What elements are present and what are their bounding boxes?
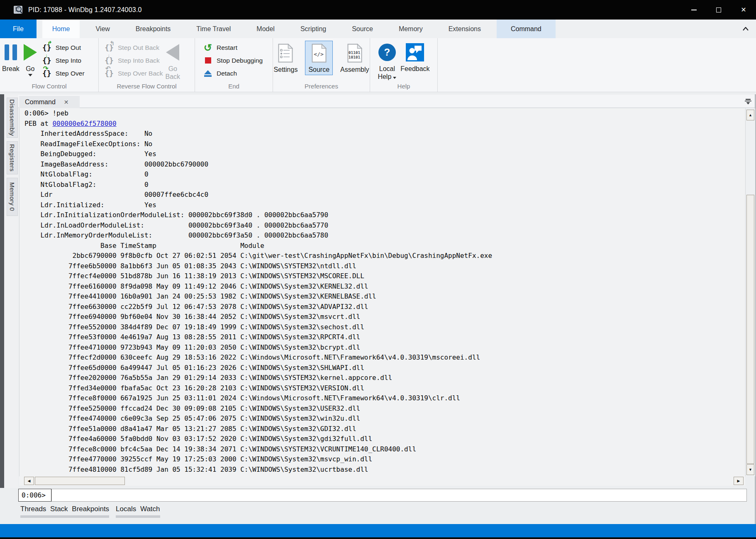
step-out-back-button[interactable]: {}↰ Step Out Back — [103, 41, 163, 54]
tab-command[interactable]: Command — [497, 20, 556, 38]
pane-menu-icon — [745, 98, 751, 105]
eject-icon — [204, 70, 212, 77]
settings-button[interactable]: Settings — [271, 41, 301, 75]
go-back-label-line1: Go — [168, 65, 177, 72]
feedback-icon — [406, 43, 424, 61]
tab-home[interactable]: Home — [42, 20, 80, 38]
vertical-scrollbar[interactable]: ▲ ▼ — [745, 108, 755, 476]
settings-icon — [278, 44, 293, 63]
source-mode-label: Source — [308, 66, 329, 74]
restart-button[interactable]: ↺ Restart — [202, 41, 263, 54]
tab-extensions[interactable]: Extensions — [439, 20, 491, 38]
go-back-button[interactable]: Go Back — [166, 41, 180, 81]
step-into-back-label: Step Into Back — [118, 57, 160, 64]
tab-source[interactable]: Source — [342, 20, 383, 38]
local-help-label-line1: Local — [379, 65, 395, 72]
scroll-right-button[interactable]: ▶ — [734, 477, 744, 485]
tab-model[interactable]: Model — [246, 20, 285, 38]
peb-address-link[interactable]: 000000e62f578000 — [52, 120, 116, 127]
feedback-button[interactable]: Feedback — [400, 41, 429, 73]
prompt-label: 0:006> — [18, 489, 51, 502]
tab-file[interactable]: File — [0, 20, 37, 38]
command-input[interactable] — [51, 489, 747, 502]
local-help-dropdown-icon — [393, 77, 396, 79]
assembly-mode-button[interactable]: 01101 10101 Assembly — [337, 41, 372, 75]
step-over-back-icon: {}↶ — [104, 69, 115, 78]
pane-menu-button[interactable] — [745, 98, 751, 106]
local-help-label-line2: Help — [378, 73, 391, 80]
windbg-app-icon: 010 101 — [13, 5, 23, 15]
scroll-left-button[interactable]: ◀ — [24, 477, 34, 485]
command-pane-tab-bar: Command ✕ — [18, 95, 755, 108]
break-button[interactable]: Break — [2, 41, 20, 73]
peb-line: PEB at 000000e62f578000 — [24, 119, 745, 129]
group-help: ? Local Help Feedback — [370, 38, 438, 92]
horizontal-scroll-thumb[interactable] — [35, 477, 125, 485]
stop-debugging-button[interactable]: Stop Debugging — [202, 54, 263, 67]
titlebar: 010 101 PID: 17088 - WinDbg 1.2407.24003… — [0, 0, 756, 20]
break-label: Break — [2, 65, 20, 73]
vertical-scroll-thumb[interactable] — [746, 195, 754, 464]
stop-debugging-label: Stop Debugging — [217, 57, 263, 64]
minimize-button[interactable] — [681, 0, 706, 20]
go-back-label-line2: Back — [166, 73, 180, 80]
play-back-icon — [166, 44, 179, 61]
group-preferences: Settings </> Source 01101 — [273, 38, 370, 92]
assembly-icon: 01101 10101 — [347, 44, 362, 63]
svg-text:</>: </> — [314, 51, 324, 57]
assembly-mode-label: Assembly — [340, 66, 369, 74]
window-title: PID: 17088 - WinDbg 1.2407.24003.0 — [28, 6, 142, 14]
go-dropdown-icon[interactable] — [28, 74, 32, 76]
step-out-back-label: Step Out Back — [118, 44, 159, 51]
sidebar-tab-memory-0[interactable]: Memory 0 — [7, 178, 18, 216]
sidebar-tab-disassembly[interactable]: Disassembly — [7, 98, 18, 138]
command-tab-label: Command — [25, 98, 56, 106]
tab-view[interactable]: View — [85, 20, 119, 38]
settings-label: Settings — [274, 66, 298, 74]
stop-icon — [205, 57, 211, 64]
pause-icon — [5, 44, 17, 60]
close-icon: ✕ — [741, 7, 746, 13]
detach-button[interactable]: Detach — [202, 67, 263, 80]
sidebar-tab-registers[interactable]: Registers — [7, 141, 18, 174]
local-help-button[interactable]: ? Local Help — [378, 41, 396, 81]
maximize-button[interactable] — [706, 0, 731, 20]
scroll-down-button[interactable]: ▼ — [746, 464, 754, 475]
tab-memory[interactable]: Memory — [389, 20, 433, 38]
restart-label: Restart — [217, 44, 237, 51]
command-echo-line: 0:006> !peb — [24, 108, 745, 119]
step-out-icon: {}↱ — [41, 43, 52, 53]
group-label-preferences: Preferences — [273, 83, 370, 90]
bottom-dock-tabs: Threads Stack Breakpoints Locals Watch — [20, 505, 160, 518]
step-over-back-label: Step Over Back — [118, 70, 163, 77]
command-output-area[interactable]: 0:006> !pebPEB at 000000e62f578000 Inher… — [19, 108, 745, 476]
close-button[interactable]: ✕ — [731, 0, 756, 20]
command-tab-close-icon[interactable]: ✕ — [64, 99, 69, 105]
step-over-button[interactable]: {}↷ Step Over — [41, 67, 85, 80]
step-over-back-button[interactable]: {}↶ Step Over Back — [103, 67, 163, 80]
tab-scripting[interactable]: Scripting — [290, 20, 336, 38]
dock-tab-locals-watch[interactable]: Locals Watch — [116, 505, 160, 518]
dock-tab-threads-stack-breakpoints[interactable]: Threads Stack Breakpoints — [20, 505, 109, 518]
source-mode-button[interactable]: </> Source — [305, 41, 333, 75]
source-icon: </> — [312, 44, 327, 63]
horizontal-scrollbar[interactable]: ◀ ▶ — [19, 476, 745, 486]
group-label-end: End — [195, 83, 273, 90]
minimize-icon — [691, 10, 697, 10]
help-question-icon: ? — [378, 44, 396, 61]
tab-time-travel[interactable]: Time Travel — [186, 20, 241, 38]
ribbon-tab-bar: File Home View Breakpoints Time Travel M… — [0, 20, 756, 38]
group-reverse-flow-control: {}↰ Step Out Back {}↓ Step Into Back {}↶… — [99, 38, 195, 92]
ribbon-collapse-button[interactable] — [742, 25, 749, 32]
step-into-back-button[interactable]: {}↓ Step Into Back — [103, 54, 163, 67]
group-label-help: Help — [370, 83, 437, 90]
tab-breakpoints[interactable]: Breakpoints — [126, 20, 181, 38]
step-out-back-icon: {}↰ — [104, 43, 115, 53]
step-out-label: Step Out — [56, 44, 81, 51]
peb-prefix: PEB at — [24, 120, 52, 127]
tab-command-pane[interactable]: Command ✕ — [19, 96, 80, 108]
group-label-reverse-flow-control: Reverse Flow Control — [99, 83, 195, 90]
go-button[interactable]: Go — [24, 41, 37, 76]
scroll-up-button[interactable]: ▲ — [746, 110, 754, 120]
chevron-up-icon — [743, 27, 749, 31]
